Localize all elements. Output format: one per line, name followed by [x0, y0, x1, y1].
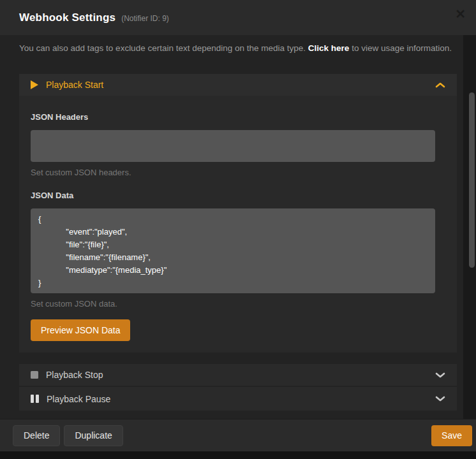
intro-text: You can also add tags to exclude certain… — [19, 42, 457, 54]
intro-before: You can also add tags to exclude certain… — [19, 43, 308, 53]
click-here-link[interactable]: Click here — [308, 43, 350, 53]
close-icon[interactable]: ✕ — [455, 8, 466, 20]
delete-button[interactable]: Delete — [13, 425, 60, 446]
intro-after: to view usage information. — [349, 43, 452, 53]
panel-playback-start: Playback Start JSON Headers Set custom J… — [19, 74, 457, 353]
modal-scrollbar-thumb[interactable] — [469, 92, 475, 268]
accordion-label: Playback Stop — [46, 370, 103, 380]
panel-playback-stop: Playback Stop — [19, 364, 457, 386]
json-data-help: Set custom JSON data. — [31, 299, 445, 309]
chevron-down-icon — [435, 372, 445, 378]
duplicate-button[interactable]: Duplicate — [64, 425, 123, 446]
accordion-header-playback-pause[interactable]: Playback Pause — [19, 387, 457, 411]
accordion-label: Playback Start — [46, 80, 103, 90]
chevron-down-icon — [435, 396, 445, 402]
json-headers-label: JSON Headers — [31, 112, 445, 122]
accordion-header-playback-start[interactable]: Playback Start — [19, 74, 457, 96]
modal-title: Webhook Settings — [19, 11, 115, 24]
playback-start-panel-body: JSON Headers Set custom JSON headers. JS… — [19, 96, 457, 353]
preview-json-data-button[interactable]: Preview JSON Data — [31, 319, 130, 341]
chevron-up-icon — [435, 82, 445, 88]
modal-header: Webhook Settings (Notifier ID: 9) ✕ — [0, 0, 476, 35]
accordion-label: Playback Pause — [47, 394, 110, 404]
page-background-strip — [0, 451, 476, 459]
json-data-label: JSON Data — [31, 191, 445, 200]
save-button[interactable]: Save — [431, 425, 472, 446]
play-icon — [31, 80, 38, 89]
trigger-accordion: Playback Start JSON Headers Set custom J… — [19, 74, 457, 411]
accordion-header-playback-stop[interactable]: Playback Stop — [19, 364, 457, 386]
pause-icon — [31, 395, 39, 403]
stop-icon — [31, 371, 38, 379]
notifier-id-label: (Notifier ID: 9) — [121, 12, 169, 23]
panel-playback-pause: Playback Pause — [19, 387, 457, 411]
json-headers-input[interactable] — [31, 130, 435, 162]
webhook-settings-modal: Webhook Settings (Notifier ID: 9) ✕ You … — [0, 0, 476, 459]
json-data-input[interactable]: { "event":"played", "file":"{file}", "fi… — [31, 208, 435, 293]
modal-scrollbar-track[interactable] — [463, 35, 476, 419]
modal-body: You can also add tags to exclude certain… — [0, 35, 476, 419]
modal-footer: Delete Duplicate Save — [0, 419, 476, 451]
json-headers-help: Set custom JSON headers. — [31, 168, 445, 177]
